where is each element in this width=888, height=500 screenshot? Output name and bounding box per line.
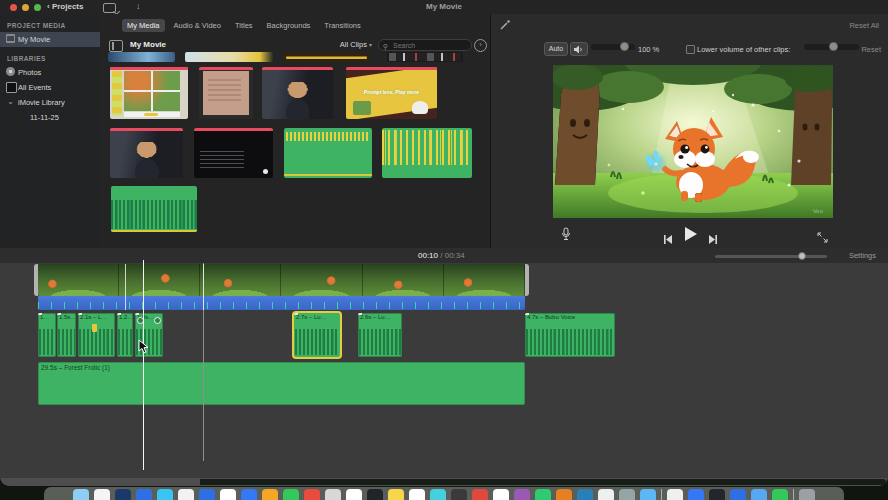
- sidebar-item-imovie-library[interactable]: ⌄iMovie Library: [0, 95, 100, 110]
- dock-app-icon[interactable]: [556, 489, 572, 500]
- auto-volume-button[interactable]: Auto: [544, 42, 568, 56]
- media-thumbnail[interactable]: [382, 128, 472, 178]
- playhead[interactable]: [143, 260, 144, 470]
- audio-clip[interactable]: 2.6s – Lu…: [358, 313, 402, 357]
- fullscreen-icon[interactable]: [817, 229, 828, 247]
- dock-app-icon[interactable]: [178, 489, 194, 500]
- media-thumbnail[interactable]: [108, 52, 175, 62]
- play-button[interactable]: [684, 227, 697, 245]
- search-input[interactable]: ⚲Search: [378, 39, 472, 51]
- dock-app-icon[interactable]: [493, 489, 509, 500]
- sidebar-item-all-events[interactable]: All Events: [0, 80, 100, 95]
- media-thumbnail[interactable]: [185, 52, 273, 62]
- audio-clip[interactable]: 2.7s – Lu…: [294, 313, 340, 357]
- video-track-filmstrip[interactable]: [38, 264, 525, 296]
- sidebar-toggle-icon[interactable]: [109, 40, 123, 52]
- dock-app-icon[interactable]: [136, 489, 152, 500]
- dock-app-icon[interactable]: [514, 489, 530, 500]
- audio-clip[interactable]: 4.7s – Bobo Voice: [525, 313, 615, 357]
- dock-app-icon[interactable]: [115, 489, 131, 500]
- ducking-slider-knob[interactable]: [829, 42, 838, 51]
- timeline-zoom-knob[interactable]: [798, 252, 806, 260]
- dock-app-icon[interactable]: [157, 489, 173, 500]
- dock-app-icon[interactable]: [430, 489, 446, 500]
- audio-clip[interactable]: 1…: [38, 313, 56, 357]
- background-music-clip[interactable]: 29.5s – Forest Frolic (1): [38, 362, 525, 405]
- volume-reset-button[interactable]: Reset: [861, 45, 881, 54]
- tab-my-media[interactable]: My Media: [122, 19, 165, 32]
- voiceover-mic-icon[interactable]: [561, 227, 571, 245]
- clip-trim-handle-right[interactable]: [525, 264, 529, 296]
- lower-volume-checkbox[interactable]: [686, 45, 695, 54]
- sidebar-item-11-11-25[interactable]: 11-11-25: [0, 110, 100, 125]
- volume-slider-knob[interactable]: [620, 42, 629, 51]
- dock-app-icon[interactable]: [409, 489, 425, 500]
- dock-app-icon[interactable]: [709, 489, 725, 500]
- dock-app-icon[interactable]: [535, 489, 551, 500]
- audio-waveform: [286, 132, 371, 141]
- dock-app-icon[interactable]: [220, 489, 236, 500]
- all-clips-dropdown[interactable]: All Clips ▾: [340, 40, 372, 49]
- dock-app-icon[interactable]: [325, 489, 341, 500]
- previous-frame-button[interactable]: [663, 230, 673, 248]
- dock-app-icon[interactable]: [346, 489, 362, 500]
- clip-appearance-icon[interactable]: ›: [474, 39, 487, 52]
- dock[interactable]: [44, 487, 844, 500]
- audio-clip[interactable]: 2.1s – L…: [78, 313, 115, 357]
- attached-audio-track[interactable]: [38, 296, 525, 310]
- dock-app-icon[interactable]: [73, 489, 89, 500]
- video-preview[interactable]: Veo: [553, 65, 833, 218]
- dock-app-icon[interactable]: [199, 489, 215, 500]
- timeline-zoom-slider[interactable]: [715, 255, 827, 258]
- reset-all-button[interactable]: Reset All: [849, 21, 879, 30]
- media-thumbnail[interactable]: [194, 128, 273, 178]
- dock-app-icon[interactable]: [751, 489, 767, 500]
- timeline[interactable]: 1…1.5s…2.1s – L…1.2…1.8s…2.7s – Lu…2.6s …: [0, 263, 888, 478]
- media-thumbnail[interactable]: [283, 52, 370, 62]
- audio-clip[interactable]: 1.5s…: [57, 313, 76, 357]
- dock-app-icon[interactable]: [388, 489, 404, 500]
- audio-clip[interactable]: 1.2…: [117, 313, 133, 357]
- media-thumbnail[interactable]: [262, 67, 333, 119]
- dock-app-icon[interactable]: [688, 489, 704, 500]
- dock-app-icon[interactable]: [262, 489, 278, 500]
- media-thumbnail[interactable]: [199, 67, 253, 119]
- tab-audio-video[interactable]: Audio & Video: [169, 19, 226, 32]
- fade-handle[interactable]: [154, 317, 161, 324]
- dock-app-icon[interactable]: [94, 489, 110, 500]
- dock-app-icon[interactable]: [619, 489, 635, 500]
- sidebar-item-photos[interactable]: Photos: [0, 65, 100, 80]
- dock-app-icon[interactable]: [577, 489, 593, 500]
- enhance-wand-icon[interactable]: [499, 19, 511, 31]
- horizontal-scrollbar[interactable]: [200, 479, 886, 485]
- dock-app-icon[interactable]: [304, 489, 320, 500]
- tab-transitions[interactable]: Transitions: [319, 19, 365, 32]
- dock-app-icon[interactable]: [667, 489, 683, 500]
- media-thumbnail[interactable]: [110, 128, 183, 178]
- dock-app-icon[interactable]: [730, 489, 746, 500]
- dock-app-icon[interactable]: [598, 489, 614, 500]
- dock-app-icon[interactable]: [367, 489, 383, 500]
- dock-app-icon[interactable]: [283, 489, 299, 500]
- volume-slider[interactable]: [591, 44, 635, 50]
- tab-backgrounds[interactable]: Backgrounds: [262, 19, 316, 32]
- media-thumbnail[interactable]: [111, 186, 197, 232]
- dock-app-icon[interactable]: [451, 489, 467, 500]
- dock-app-icon[interactable]: [241, 489, 257, 500]
- ducking-slider[interactable]: [804, 44, 859, 50]
- media-thumbnail[interactable]: [110, 67, 188, 119]
- dock-app-icon[interactable]: [772, 489, 788, 500]
- media-thumbnail[interactable]: [387, 52, 463, 62]
- dock-app-icon[interactable]: [472, 489, 488, 500]
- next-frame-button[interactable]: [708, 230, 718, 248]
- sidebar-item-my-movie[interactable]: My Movie: [0, 32, 100, 47]
- dock-app-icon[interactable]: [799, 489, 815, 500]
- settings-button[interactable]: Settings: [849, 251, 876, 260]
- media-thumbnail[interactable]: [284, 128, 372, 178]
- mute-button[interactable]: [570, 42, 588, 56]
- thumb-footer: [124, 112, 180, 117]
- clip-label: 2.1s – L…: [80, 314, 107, 320]
- tab-titles[interactable]: Titles: [230, 19, 258, 32]
- dock-app-icon[interactable]: [640, 489, 656, 500]
- media-thumbnail[interactable]: Prompt less, Play more: [346, 67, 437, 119]
